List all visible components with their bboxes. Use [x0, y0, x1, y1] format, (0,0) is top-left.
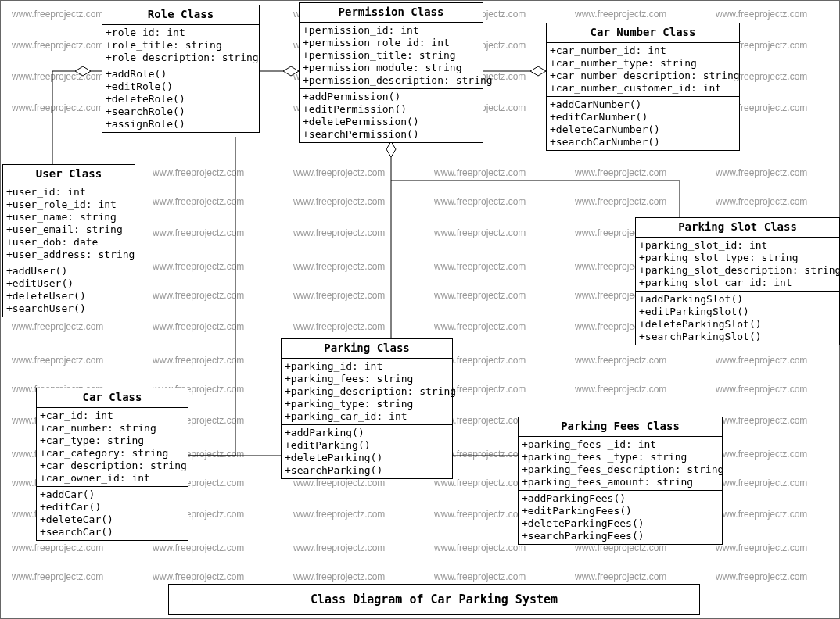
watermark-text: www.freeprojectz.com — [716, 355, 807, 366]
op: +searchPermission() — [303, 128, 479, 141]
watermark-text: www.freeprojectz.com — [434, 290, 526, 301]
watermark-text: www.freeprojectz.com — [293, 509, 385, 520]
class-attributes: +permission_id: int +permission_role_id:… — [300, 23, 483, 88]
watermark-text: www.freeprojectz.com — [575, 384, 666, 395]
svg-marker-1 — [75, 66, 91, 76]
watermark-text: www.freeprojectz.com — [293, 167, 385, 178]
watermark-text: www.freeprojectz.com — [716, 571, 807, 582]
op: +deleteRole() — [106, 93, 256, 106]
watermark-text: www.freeprojectz.com — [434, 167, 526, 178]
watermark-text: www.freeprojectz.com — [12, 40, 103, 51]
watermark-text: www.freeprojectz.com — [575, 571, 666, 582]
watermark-text: www.freeprojectz.com — [434, 542, 526, 553]
class-operations: +addParkingSlot() +editParkingSlot() +de… — [636, 291, 839, 345]
class-parking-slot: Parking Slot Class +parking_slot_id: int… — [635, 217, 840, 345]
watermark-text: www.freeprojectz.com — [153, 571, 244, 582]
watermark-text: www.freeprojectz.com — [12, 355, 103, 366]
class-attributes: +parking_fees _id: int +parking_fees _ty… — [519, 437, 722, 490]
class-title: Parking Fees Class — [519, 417, 722, 437]
attr: +parking_description: string — [285, 385, 449, 398]
watermark-text: www.freeprojectz.com — [293, 571, 385, 582]
attr: +car_number_customer_id: int — [550, 82, 736, 95]
class-role: Role Class +role_id: int +role_title: st… — [102, 5, 260, 133]
attr: +parking_car_id: int — [285, 410, 449, 423]
watermark-text: www.freeprojectz.com — [293, 542, 385, 553]
op: +searchParking() — [285, 464, 449, 477]
op: +addPermission() — [303, 91, 479, 103]
op: +editParkingSlot() — [639, 306, 836, 318]
watermark-text: www.freeprojectz.com — [716, 509, 807, 520]
class-title: Role Class — [102, 5, 259, 25]
op: +searchUser() — [6, 302, 131, 315]
watermark-text: www.freeprojectz.com — [575, 355, 666, 366]
op: +editRole() — [106, 81, 256, 93]
attr: +user_email: string — [6, 224, 131, 236]
watermark-text: www.freeprojectz.com — [153, 167, 244, 178]
attr: +role_id: int — [106, 27, 256, 39]
watermark-text: www.freeprojectz.com — [434, 196, 526, 207]
attr: +user_dob: date — [6, 236, 131, 249]
class-attributes: +car_number_id: int +car_number_type: st… — [547, 43, 739, 96]
watermark-text: www.freeprojectz.com — [153, 227, 244, 238]
watermark-text: www.freeprojectz.com — [153, 290, 244, 301]
attr: +car_description: string — [40, 460, 185, 472]
watermark-text: www.freeprojectz.com — [12, 102, 103, 113]
op: +deleteCarNumber() — [550, 123, 736, 136]
attr: +role_title: string — [106, 39, 256, 52]
watermark-text: www.freeprojectz.com — [434, 261, 526, 272]
watermark-text: www.freeprojectz.com — [716, 9, 807, 20]
svg-marker-5 — [283, 66, 299, 76]
class-operations: +addRole() +editRole() +deleteRole() +se… — [102, 66, 259, 132]
watermark-text: www.freeprojectz.com — [716, 196, 807, 207]
op: +searchCarNumber() — [550, 136, 736, 148]
attr: +car_category: string — [40, 447, 185, 460]
watermark-text: www.freeprojectz.com — [293, 196, 385, 207]
class-permission: Permission Class +permission_id: int +pe… — [299, 2, 483, 143]
attr: +parking_fees: string — [285, 373, 449, 385]
op: +deleteParkingFees() — [522, 517, 719, 530]
op: +addParkingFees() — [522, 492, 719, 505]
class-title: Parking Class — [282, 339, 452, 359]
class-operations: +addPermission() +editPermission() +dele… — [300, 88, 483, 142]
op: +addUser() — [6, 265, 131, 277]
attr: +permission_description: string — [303, 74, 479, 87]
class-attributes: +role_id: int +role_title: string +role_… — [102, 25, 259, 66]
op: +addCar() — [40, 488, 185, 501]
attr: +car_owner_id: int — [40, 472, 185, 485]
op: +assignRole() — [106, 118, 256, 131]
class-operations: +addParkingFees() +editParkingFees() +de… — [519, 490, 722, 544]
attr: +permission_module: string — [303, 62, 479, 74]
op: +deleteUser() — [6, 290, 131, 302]
watermark-text: www.freeprojectz.com — [293, 227, 385, 238]
watermark-text: www.freeprojectz.com — [716, 449, 807, 460]
watermark-text: www.freeprojectz.com — [12, 542, 103, 553]
watermark-text: www.freeprojectz.com — [716, 542, 807, 553]
class-title: Permission Class — [300, 3, 483, 23]
watermark-text: www.freeprojectz.com — [716, 415, 807, 426]
op: +deleteCar() — [40, 513, 185, 526]
attr: +car_number: string — [40, 422, 185, 435]
op: +searchParkingFees() — [522, 530, 719, 542]
watermark-text: www.freeprojectz.com — [716, 384, 807, 395]
class-title: User Class — [3, 165, 135, 184]
watermark-text: www.freeprojectz.com — [12, 321, 103, 332]
attr: +car_id: int — [40, 410, 185, 422]
class-car: Car Class +car_id: int +car_number: stri… — [36, 388, 188, 541]
svg-marker-7 — [530, 66, 546, 76]
watermark-text: www.freeprojectz.com — [293, 478, 385, 488]
watermark-text: www.freeprojectz.com — [716, 478, 807, 488]
watermark-text: www.freeprojectz.com — [434, 509, 526, 520]
watermark-text: www.freeprojectz.com — [434, 571, 526, 582]
op: +editCar() — [40, 501, 185, 513]
watermark-text: www.freeprojectz.com — [434, 478, 526, 488]
watermark-text: www.freeprojectz.com — [153, 355, 244, 366]
op: +editParkingFees() — [522, 505, 719, 517]
attr: +parking_fees _id: int — [522, 438, 719, 451]
watermark-text: www.freeprojectz.com — [575, 167, 666, 178]
attr: +user_role_id: int — [6, 199, 131, 211]
class-operations: +addUser() +editUser() +deleteUser() +se… — [3, 263, 135, 317]
attr: +car_type: string — [40, 435, 185, 447]
attr: +parking_fees _type: string — [522, 451, 719, 463]
watermark-text: www.freeprojectz.com — [716, 167, 807, 178]
class-title: Parking Slot Class — [636, 218, 839, 238]
